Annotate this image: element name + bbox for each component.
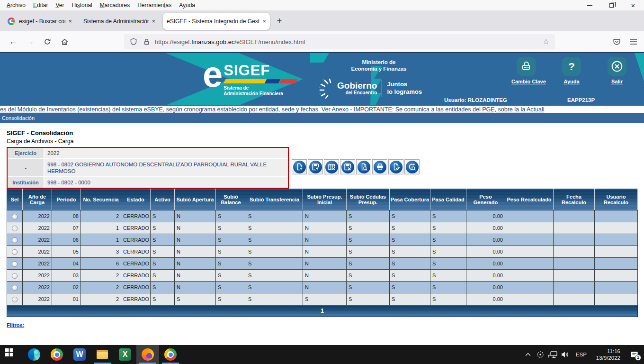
menu-archivo[interactable]: Archivo <box>3 1 29 9</box>
bookmark-star-icon[interactable]: ☆ <box>543 37 549 46</box>
column-header: Pasa Cobertura <box>390 189 430 210</box>
view-detail-button[interactable] <box>356 159 371 174</box>
cell: 06 <box>52 234 81 246</box>
row-radio-button[interactable] <box>12 249 18 255</box>
reload-button[interactable] <box>42 36 53 47</box>
menu-ayuda[interactable]: Ayuda <box>175 1 199 9</box>
refresh-search-button[interactable] <box>404 159 420 174</box>
language-indicator[interactable]: ESP <box>571 352 591 357</box>
cell: 2 <box>81 210 121 222</box>
cell: N <box>303 234 347 246</box>
taskbar-firefox-icon[interactable] <box>136 345 159 364</box>
cell: S <box>347 282 390 293</box>
table-header-row: SelAño de CargaPeriodoNo. SecuenciaEstad… <box>7 189 638 210</box>
approve-button[interactable] <box>388 159 403 174</box>
announcement-marquee[interactable]: es del Módulo de Inventarios (existencia… <box>0 105 644 114</box>
row-radio-button[interactable] <box>12 261 18 267</box>
cell <box>554 210 595 222</box>
new-tab-button[interactable]: + <box>273 14 286 27</box>
menu-historial[interactable]: Historial <box>68 1 96 9</box>
network-button[interactable] <box>546 345 559 364</box>
cell: S <box>390 222 430 234</box>
print-button[interactable] <box>372 159 387 174</box>
cell <box>595 282 638 293</box>
taskbar-explorer-icon[interactable] <box>91 345 114 364</box>
header-action-cambio-clave[interactable]: Cambio Clave <box>511 57 541 84</box>
url-bar[interactable]: https://esigef.finanzas.gob.ec/eSIGEF/me… <box>124 34 555 49</box>
taskbar-excel-icon[interactable]: X <box>114 345 136 364</box>
page-subtitle: Carga de Archivos - Carga <box>7 138 73 145</box>
validate-grid-button[interactable] <box>324 159 339 174</box>
cell: 2022 <box>23 222 52 234</box>
clock[interactable]: 11:16 13/9/2022 <box>591 348 625 361</box>
tab-close-icon[interactable]: × <box>259 18 266 25</box>
taskbar-edge-icon[interactable] <box>23 345 45 364</box>
table-row: 2022022CERRADOSNSSNSSS0.00 <box>7 282 638 293</box>
cell: S <box>430 258 466 270</box>
minimize-button[interactable] <box>579 0 600 10</box>
tab-1[interactable]: esigef - Buscar con Google× <box>4 13 76 30</box>
forward-button[interactable]: → <box>25 36 36 47</box>
cell <box>505 234 554 246</box>
tray-expand-button[interactable] <box>522 345 534 364</box>
tab-3[interactable]: eSIGEF - Sistema Integrado de Gesti× <box>163 13 270 30</box>
home-button[interactable] <box>59 36 70 47</box>
pocket-button[interactable] <box>611 36 622 47</box>
cell: 2022 <box>23 293 52 305</box>
tray-app-button[interactable] <box>534 345 546 364</box>
save-upload-button[interactable] <box>308 159 323 174</box>
taskbar-chrome-2-icon[interactable] <box>159 345 182 364</box>
menu-editar[interactable]: Editar <box>29 1 52 9</box>
restore-button[interactable] <box>600 0 622 10</box>
cell: 1 <box>81 234 121 246</box>
cell: S <box>151 222 175 234</box>
cell: 04 <box>52 258 81 270</box>
menu-ver[interactable]: Ver <box>52 1 68 9</box>
new-record-button[interactable] <box>292 159 307 174</box>
row-radio-button[interactable] <box>12 297 18 302</box>
param-value: 998 - 0802 - 0000 <box>45 177 288 188</box>
row-radio-button[interactable] <box>12 226 18 231</box>
param-label: Institución <box>8 177 45 188</box>
firefox-app-icon <box>142 348 154 361</box>
google-icon <box>8 18 15 25</box>
page-number[interactable]: 1 <box>7 305 638 317</box>
back-button[interactable]: ← <box>8 36 19 47</box>
cell: S <box>347 270 390 282</box>
cell: N <box>303 270 347 282</box>
cell <box>505 282 554 293</box>
taskbar-word-icon[interactable]: W <box>68 345 91 364</box>
column-header: Estado <box>121 189 151 210</box>
taskbar-start-button[interactable] <box>0 345 23 364</box>
close-button[interactable]: × <box>622 0 644 10</box>
minimize-icon <box>587 5 592 6</box>
header-action-salir[interactable]: Salir <box>602 57 632 84</box>
row-radio-button[interactable] <box>12 237 18 243</box>
menu-herramientas[interactable]: Herramientas <box>134 1 175 9</box>
nav-toolbar: ← → https://esigef.finanzas.gob.ec/eSIGE… <box>0 31 644 52</box>
menu-marcadores[interactable]: Marcadores <box>96 1 134 9</box>
tab-title: Sistema de Administración Financie <box>83 18 149 25</box>
volume-button[interactable] <box>559 345 571 364</box>
header-action-ayuda[interactable]: ?Ayuda <box>557 57 586 84</box>
tab-close-icon[interactable]: × <box>65 18 72 25</box>
select-cell <box>7 246 23 258</box>
esigef-header-banner: e SIGEF Sistema de Administración Financ… <box>0 52 644 105</box>
filters-link[interactable]: Filtros: <box>7 322 24 328</box>
reload-icon <box>44 38 51 46</box>
cell: S <box>246 258 303 270</box>
row-radio-button[interactable] <box>12 285 18 291</box>
delete-record-button[interactable] <box>340 159 355 174</box>
cell: S <box>216 258 246 270</box>
row-radio-button[interactable] <box>12 273 18 279</box>
tab-close-icon[interactable]: × <box>149 18 155 25</box>
notification-center-button[interactable]: 1 <box>625 345 644 364</box>
table-row: 2022071CERRADOSNSSNSSS0.00 <box>7 222 638 234</box>
column-header: Año de Carga <box>23 189 52 210</box>
cell: N <box>303 282 347 293</box>
taskbar-chrome-icon[interactable] <box>45 345 68 364</box>
tab-2[interactable]: Sistema de Administración Financie× <box>80 13 159 30</box>
row-radio-button[interactable] <box>12 214 18 219</box>
menu-button[interactable] <box>628 36 639 47</box>
column-header: Periodo <box>52 189 81 210</box>
